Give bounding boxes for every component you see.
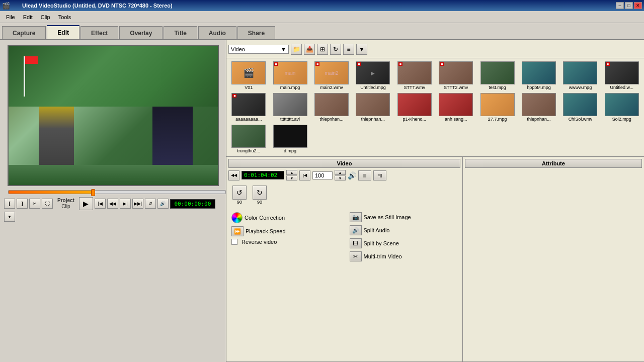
rotate-left-icon: ↺ bbox=[232, 186, 247, 200]
list-item[interactable]: 🎬 V01 bbox=[228, 60, 269, 91]
color-correction-button[interactable]: Color Correction bbox=[228, 211, 319, 225]
tab-share[interactable]: Share bbox=[237, 26, 275, 39]
insert-media-button[interactable]: 📥 bbox=[304, 44, 315, 55]
menu-clip[interactable]: Clip bbox=[37, 13, 54, 21]
thumb-image: ■ bbox=[231, 93, 266, 116]
video-timecode-display: 0:01:04:02 bbox=[242, 171, 284, 179]
refresh-button[interactable]: ↻ bbox=[330, 44, 341, 55]
window-title: Ulead VideoStudio (Untitled, DVD NTSC 72… bbox=[12, 3, 173, 9]
next-frame-button[interactable]: ▶| bbox=[120, 199, 131, 209]
right-panel: Video ▼ 📁 📥 ⊞ ↻ ≡ ▼ 🎬 V01 ■main main.mpg bbox=[226, 40, 644, 362]
list-item[interactable]: ■main main.mpg bbox=[270, 60, 310, 91]
thumb-label: aaaaaaaaa... bbox=[235, 117, 262, 122]
tab-capture[interactable]: Capture bbox=[2, 26, 46, 39]
left-panel: [ ] ✂ ⛶ Project Clip ▶ |◀ ◀◀ ▶| ▶▶| ↺ 🔊 … bbox=[0, 40, 226, 362]
list-item[interactable]: ■ aaaaaaaaa... bbox=[228, 92, 269, 123]
video-panel: Video ◀◀ 0:01:04:02 ▲ ▼ |◀ 100 ▲ ▼ 🔊 bbox=[226, 157, 463, 361]
split-by-scene-button[interactable]: 🎞 Split by Scene bbox=[347, 237, 437, 250]
audio-bars-button[interactable]: ||| bbox=[358, 170, 371, 180]
thumb-label: V01 bbox=[245, 85, 253, 90]
rotate-right-button[interactable]: ↻ 90 bbox=[252, 185, 268, 206]
list-item[interactable]: ■ Untitled.w... bbox=[602, 60, 642, 91]
rotate-right-icon: ↻ bbox=[253, 186, 267, 200]
playback-speed-button[interactable]: ⏩ Playback Speed bbox=[228, 225, 319, 238]
multitrim-video-button[interactable]: ✂ Multi-trim Video bbox=[347, 250, 437, 263]
list-item[interactable]: ChiSoi.wmv bbox=[560, 92, 600, 123]
prev-clip-button[interactable]: |◀ bbox=[95, 199, 106, 209]
timecode-down-button[interactable]: ▼ bbox=[286, 175, 297, 180]
trim-bar[interactable] bbox=[8, 190, 226, 194]
tab-bar: Capture Edit Effect Overlay Title Audio … bbox=[0, 23, 644, 40]
reverse-video-checkbox[interactable] bbox=[231, 239, 237, 245]
menu-tools[interactable]: Tools bbox=[54, 13, 75, 21]
list-item[interactable]: 27.7.mpg bbox=[477, 92, 517, 123]
thumb-label: STTT2.wmv bbox=[444, 85, 468, 90]
list-item[interactable]: hppbM.mpg bbox=[519, 60, 559, 91]
list-item[interactable]: d.mpg bbox=[270, 124, 310, 154]
volume-button[interactable]: 🔊 bbox=[157, 199, 169, 209]
list-item[interactable]: trungthu2... bbox=[228, 124, 269, 154]
filter-button[interactable]: ≡ bbox=[343, 44, 354, 55]
next-clip-button[interactable]: ▶▶| bbox=[132, 199, 143, 209]
thumb-image bbox=[356, 93, 390, 116]
rotate-left-button[interactable]: ↺ 90 bbox=[231, 185, 248, 206]
list-item[interactable]: thiepnhan... bbox=[353, 92, 393, 123]
reverse-video-row: Reverse video bbox=[228, 238, 343, 246]
mute-button[interactable]: 🔊 bbox=[348, 171, 356, 179]
load-folder-button[interactable]: 📁 bbox=[291, 44, 302, 55]
play-button[interactable]: ▶ bbox=[79, 197, 93, 210]
list-item[interactable]: test.mpg bbox=[477, 60, 517, 91]
tab-effect[interactable]: Effect bbox=[80, 26, 118, 39]
library-dropdown[interactable]: Video ▼ bbox=[228, 45, 289, 54]
grid-view-button[interactable]: ⊞ bbox=[317, 44, 328, 55]
thumb-image bbox=[480, 93, 515, 116]
video-play-back-button[interactable]: ◀◀ bbox=[228, 170, 239, 180]
split-audio-button[interactable]: 🔊 Split Audio bbox=[347, 224, 437, 237]
video-controls-row: ◀◀ 0:01:04:02 ▲ ▼ |◀ 100 ▲ ▼ 🔊 ||| ≈|| bbox=[228, 170, 460, 180]
list-item[interactable]: ■▶ Untitled.mpg bbox=[353, 60, 393, 91]
playback-speed-icon: ⏩ bbox=[231, 226, 244, 236]
rewind-button[interactable]: ◀◀ bbox=[107, 199, 118, 209]
list-item[interactable]: anh sang... bbox=[436, 92, 476, 123]
audio-waves-button[interactable]: ≈|| bbox=[373, 170, 386, 180]
list-item[interactable]: p1-Kheno... bbox=[394, 92, 435, 123]
fullscreen-button[interactable]: ⛶ bbox=[42, 199, 53, 209]
list-item[interactable]: thiepnhan... bbox=[519, 92, 559, 123]
timecode-up-button[interactable]: ▲ bbox=[286, 170, 297, 175]
tab-overlay[interactable]: Overlay bbox=[119, 26, 163, 39]
repeat-button[interactable]: ↺ bbox=[145, 199, 156, 209]
scissors-button[interactable]: ✂ bbox=[29, 199, 40, 209]
thumb-label: p1-Kheno... bbox=[403, 117, 427, 122]
color-correction-icon bbox=[231, 212, 243, 223]
tab-audio[interactable]: Audio bbox=[198, 26, 236, 39]
title-bar: 🎬 Ulead VideoStudio (Untitled, DVD NTSC … bbox=[0, 0, 644, 11]
list-item[interactable]: ■main2 main2.wmv bbox=[311, 60, 352, 91]
list-item[interactable]: wwww.mpg bbox=[560, 60, 600, 91]
mark-in-button[interactable]: [ bbox=[4, 199, 15, 209]
playback-speed-label: Playback Speed bbox=[246, 228, 286, 234]
thumb-image: ■ bbox=[605, 61, 639, 84]
save-still-image-icon: 📷 bbox=[350, 212, 362, 222]
list-item[interactable]: thiepnhan... bbox=[311, 92, 352, 123]
menu-edit[interactable]: Edit bbox=[19, 13, 37, 21]
thumb-label: trungthu2... bbox=[237, 148, 260, 153]
save-still-image-button[interactable]: 📷 Save as Still Image bbox=[347, 211, 437, 224]
maximize-button[interactable]: □ bbox=[625, 2, 633, 9]
minimize-button[interactable]: – bbox=[616, 2, 624, 9]
speed-down-button[interactable]: ▼ bbox=[335, 175, 346, 180]
more-options-button[interactable]: ▼ bbox=[356, 44, 367, 55]
prev-frame-btn[interactable]: |◀ bbox=[299, 170, 310, 180]
speed-up-button[interactable]: ▲ bbox=[335, 170, 346, 175]
list-item[interactable]: ■ STTT.wmv bbox=[394, 60, 435, 91]
menu-file[interactable]: File bbox=[2, 13, 19, 21]
color-correction-label: Color Correction bbox=[245, 215, 285, 221]
list-item[interactable]: ■ STTT2.wmv bbox=[436, 60, 476, 91]
tab-edit[interactable]: Edit bbox=[47, 25, 79, 39]
close-button[interactable]: ✕ bbox=[634, 2, 642, 9]
mark-out-button[interactable]: ] bbox=[17, 199, 28, 209]
speed-input[interactable]: 100 bbox=[312, 171, 333, 179]
timecode-expand-button[interactable]: ▼ bbox=[4, 212, 15, 222]
tab-title[interactable]: Title bbox=[164, 26, 197, 39]
list-item[interactable]: tttttttttt.avi bbox=[270, 92, 310, 123]
list-item[interactable]: Soi2.mpg bbox=[602, 92, 642, 123]
